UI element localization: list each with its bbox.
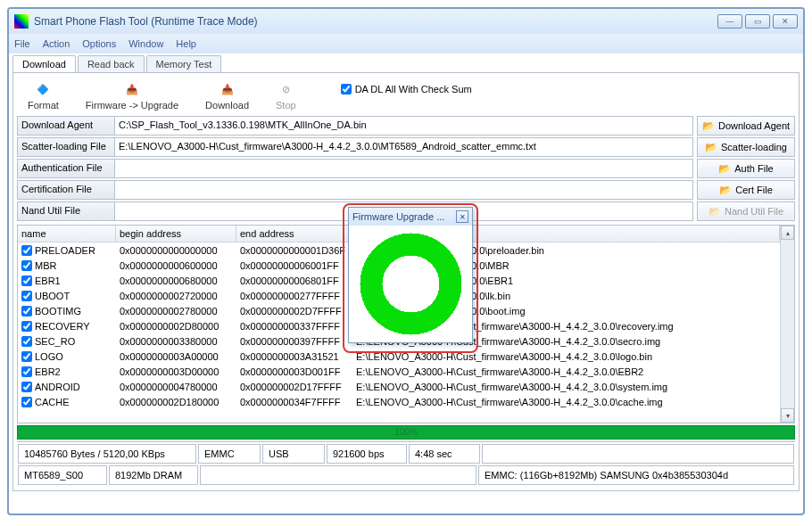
row-end: 0x000000000337FFFF (236, 320, 352, 333)
row-checkbox[interactable] (21, 275, 32, 286)
row-end: 0x000000002D17FFFF (236, 381, 352, 393)
tab-memorytest[interactable]: Memory Test (146, 55, 222, 72)
table-row[interactable]: ANDROID0x00000000047800000x000000002D17F… (18, 379, 780, 394)
row-location: E:\LENOVO_A3000-H\Cust_firmware\A3000-H_… (352, 381, 780, 393)
input-auth[interactable] (115, 159, 693, 178)
row-name: ANDROID (35, 382, 80, 392)
input-cert[interactable] (115, 180, 693, 200)
row-end: 0x0000000003D001FF (236, 366, 352, 378)
da-dl-checkbox[interactable]: DA DL All With Check Sum (341, 84, 472, 95)
row-checkbox[interactable] (21, 321, 32, 332)
download-button[interactable]: 📥Download (205, 80, 249, 111)
folder-icon: 📂 (705, 142, 717, 153)
row-checkbox[interactable] (21, 382, 32, 392)
menu-options[interactable]: Options (82, 38, 116, 49)
btn-nand: 📂Nand Util File (697, 201, 795, 221)
minimize-button[interactable]: — (717, 14, 742, 29)
label-cert: Certification File (17, 180, 115, 200)
input-agent[interactable]: C:\SP_Flash_Tool_v3.1336.0.198\MTK_AllIn… (115, 116, 693, 136)
dialog-title: Firmware Upgrade ... (352, 211, 456, 222)
folder-icon: 📂 (708, 206, 721, 218)
label-agent: Download Agent (17, 116, 115, 136)
row-end: 0x0000000003A31521 (236, 350, 352, 363)
row-checkbox[interactable] (21, 260, 32, 271)
progress-bar: 100% (17, 425, 795, 440)
status-time: 4:48 sec (409, 444, 480, 464)
row-begin: 0x0000000002720000 (116, 290, 236, 302)
row-checkbox[interactable] (21, 397, 32, 407)
row-checkbox[interactable] (21, 245, 32, 256)
stop-button: ⊘Stop (276, 80, 296, 111)
col-end[interactable]: end address (236, 226, 352, 242)
row-begin: 0x0000000000600000 (116, 259, 236, 272)
row-location: E:\LENOVO_A3000-H\Cust_firmware\A3000-H_… (352, 366, 780, 378)
status-bytes: 10485760 Bytes / 5120,00 KBps (18, 444, 196, 464)
status-usb: USB (262, 444, 325, 464)
status-info: EMMC: (116Gb+8192Mb) SAMSUNG 0x4b3855303… (478, 465, 794, 485)
maximize-button[interactable]: ▭ (745, 14, 770, 29)
tab-readback[interactable]: Read back (78, 55, 145, 72)
scroll-up-icon[interactable]: ▴ (781, 226, 794, 240)
row-begin: 0x0000000000680000 (116, 275, 236, 287)
row-location: E:\LENOVO_A3000-H\Cust_firmware\A3000-H_… (352, 350, 780, 363)
format-button[interactable]: 🔷Format (28, 80, 59, 111)
col-name[interactable]: name (18, 226, 116, 242)
row-end: 0x000000000277FFFF (236, 290, 352, 302)
status-dram: 8192Mb DRAM (109, 465, 198, 485)
row-begin: 0x0000000002D80000 (116, 320, 236, 333)
row-checkbox[interactable] (21, 291, 32, 301)
table-row[interactable]: LOGO0x0000000003A000000x0000000003A31521… (18, 349, 780, 364)
row-checkbox[interactable] (21, 351, 32, 362)
menu-action[interactable]: Action (43, 38, 70, 49)
row-end: 0x0000000000001D36F (236, 244, 352, 257)
firmware-upgrade-dialog: Firmware Upgrade ... ✕ (348, 207, 473, 343)
btn-cert[interactable]: 📂Cert File (697, 180, 795, 200)
row-begin: 0x0000000002780000 (116, 305, 236, 317)
row-end: 0x00000000006801FF (236, 275, 352, 287)
tab-download[interactable]: Download (12, 55, 76, 72)
row-name: EBR1 (35, 275, 61, 286)
row-location: E:\LENOVO_A3000-H\Cust_firmware\A3000-H_… (352, 396, 780, 408)
row-name: EBR2 (35, 366, 61, 377)
menubar: File Action Options Window Help (9, 34, 803, 53)
menu-window[interactable]: Window (128, 38, 163, 49)
btn-agent[interactable]: 📂Download Agent (697, 116, 795, 136)
row-begin: 0x000000002D180000 (116, 396, 236, 408)
toolbar: 🔷Format 📥Firmware -> Upgrade 📥Download ⊘… (17, 77, 795, 116)
success-donut-icon (360, 233, 462, 335)
row-checkbox[interactable] (21, 336, 32, 347)
row-checkbox[interactable] (21, 366, 32, 377)
app-icon (14, 14, 29, 29)
row-begin: 0x0000000004780000 (116, 381, 236, 393)
menu-help[interactable]: Help (176, 38, 196, 49)
table-row[interactable]: EBR20x0000000003D000000x0000000003D001FF… (18, 364, 780, 379)
upgrade-button[interactable]: 📥Firmware -> Upgrade (86, 80, 178, 111)
row-name: PRELOADER (35, 245, 95, 256)
row-name: LOGO (35, 351, 63, 362)
dialog-close-button[interactable]: ✕ (456, 210, 468, 223)
row-name: MBR (35, 260, 56, 271)
input-scatter[interactable]: E:\LENOVO_A3000-H\Cust_firmware\A3000-H_… (115, 137, 693, 157)
row-end: 0x0000000002D7FFFF (236, 305, 352, 317)
status-emmc: EMMC (198, 444, 261, 464)
btn-scatter[interactable]: 📂Scatter-loading (697, 137, 795, 157)
col-begin[interactable]: begin address (116, 226, 236, 242)
scroll-down-icon[interactable]: ▾ (781, 408, 794, 423)
status-bar: 10485760 Bytes / 5120,00 KBps EMMC USB 9… (17, 441, 795, 465)
table-row[interactable]: CACHE0x000000002D1800000x0000000034F7FFF… (18, 394, 780, 409)
status-bar-2: MT6589_S00 8192Mb DRAM EMMC: (116Gb+8192… (17, 465, 795, 487)
scrollbar[interactable]: ▴ ▾ (780, 226, 794, 423)
status-chip: MT6589_S00 (18, 465, 107, 485)
row-name: UBOOT (35, 291, 70, 301)
menu-file[interactable]: File (14, 38, 30, 49)
row-end: 0x00000000006001FF (236, 259, 352, 272)
close-button[interactable]: ✕ (773, 14, 798, 29)
titlebar: Smart Phone Flash Tool (Runtime Trace Mo… (9, 9, 803, 34)
tabs: Download Read back Memory Test (9, 53, 803, 72)
row-name: SEC_RO (35, 336, 75, 347)
row-checkbox[interactable] (21, 306, 32, 316)
window-title: Smart Phone Flash Tool (Runtime Trace Mo… (34, 15, 717, 28)
label-nand: Nand Util File (17, 201, 115, 221)
row-begin: 0x0000000003380000 (116, 335, 236, 348)
btn-auth[interactable]: 📂Auth File (697, 159, 795, 178)
